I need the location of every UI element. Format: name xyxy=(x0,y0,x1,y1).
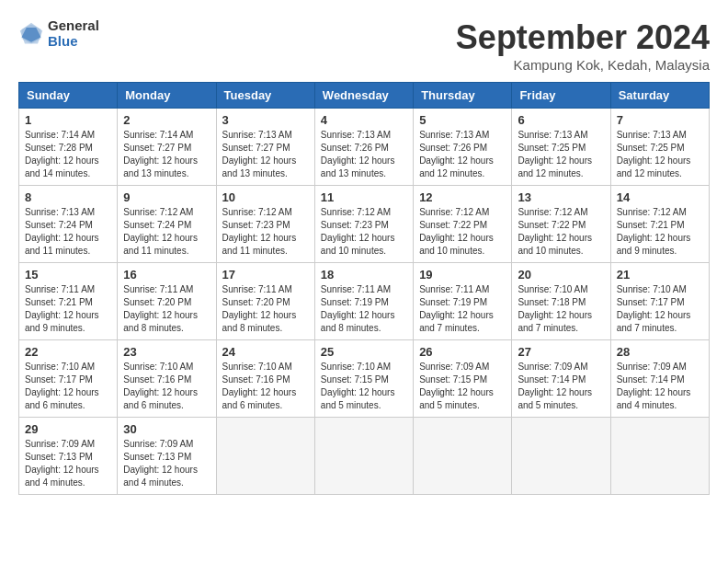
calendar-cell: 10Sunrise: 7:12 AM Sunset: 7:23 PM Dayli… xyxy=(216,186,314,263)
day-number: 9 xyxy=(123,190,210,204)
cell-info: Sunrise: 7:10 AM Sunset: 7:16 PM Dayligh… xyxy=(222,361,309,412)
calendar-cell: 16Sunrise: 7:11 AM Sunset: 7:20 PM Dayli… xyxy=(118,263,216,340)
cell-info: Sunrise: 7:13 AM Sunset: 7:24 PM Dayligh… xyxy=(25,206,111,258)
weekday-header: Wednesday xyxy=(314,83,413,109)
calendar-cell: 3Sunrise: 7:13 AM Sunset: 7:27 PM Daylig… xyxy=(216,109,314,186)
calendar-week-row: 8Sunrise: 7:13 AM Sunset: 7:24 PM Daylig… xyxy=(19,186,710,263)
logo-blue: Blue xyxy=(48,34,99,50)
day-number: 13 xyxy=(518,190,604,204)
calendar-cell: 8Sunrise: 7:13 AM Sunset: 7:24 PM Daylig… xyxy=(19,186,118,263)
day-number: 30 xyxy=(123,422,210,436)
day-number: 8 xyxy=(25,190,111,204)
cell-info: Sunrise: 7:12 AM Sunset: 7:24 PM Dayligh… xyxy=(123,206,210,258)
day-number: 2 xyxy=(123,113,210,127)
cell-info: Sunrise: 7:13 AM Sunset: 7:25 PM Dayligh… xyxy=(617,129,703,180)
weekday-header: Sunday xyxy=(19,83,118,109)
day-number: 20 xyxy=(518,268,604,282)
cell-info: Sunrise: 7:10 AM Sunset: 7:16 PM Dayligh… xyxy=(123,361,210,412)
calendar-cell xyxy=(610,418,709,495)
day-number: 6 xyxy=(518,113,604,127)
cell-info: Sunrise: 7:09 AM Sunset: 7:14 PM Dayligh… xyxy=(617,361,703,412)
day-number: 12 xyxy=(419,190,506,204)
calendar-cell: 1Sunrise: 7:14 AM Sunset: 7:28 PM Daylig… xyxy=(19,109,118,186)
cell-info: Sunrise: 7:10 AM Sunset: 7:17 PM Dayligh… xyxy=(617,283,703,335)
calendar-cell: 23Sunrise: 7:10 AM Sunset: 7:16 PM Dayli… xyxy=(118,340,216,418)
cell-info: Sunrise: 7:13 AM Sunset: 7:27 PM Dayligh… xyxy=(222,129,309,180)
day-number: 18 xyxy=(321,268,407,282)
calendar-cell: 11Sunrise: 7:12 AM Sunset: 7:23 PM Dayli… xyxy=(314,186,413,263)
logo: General Blue xyxy=(18,18,99,49)
logo-text: General Blue xyxy=(48,18,99,49)
weekday-header: Tuesday xyxy=(216,83,314,109)
cell-info: Sunrise: 7:11 AM Sunset: 7:19 PM Dayligh… xyxy=(419,283,506,335)
calendar-cell: 28Sunrise: 7:09 AM Sunset: 7:14 PM Dayli… xyxy=(610,340,709,418)
day-number: 5 xyxy=(419,113,506,127)
cell-info: Sunrise: 7:14 AM Sunset: 7:28 PM Dayligh… xyxy=(25,129,111,180)
calendar-cell xyxy=(414,418,512,495)
calendar-cell: 13Sunrise: 7:12 AM Sunset: 7:22 PM Dayli… xyxy=(512,186,610,263)
day-number: 4 xyxy=(321,113,407,127)
calendar-week-row: 29Sunrise: 7:09 AM Sunset: 7:13 PM Dayli… xyxy=(19,418,710,495)
day-number: 14 xyxy=(617,190,703,204)
day-number: 10 xyxy=(222,190,309,204)
calendar-week-row: 1Sunrise: 7:14 AM Sunset: 7:28 PM Daylig… xyxy=(19,109,710,186)
calendar-cell: 29Sunrise: 7:09 AM Sunset: 7:13 PM Dayli… xyxy=(19,418,118,495)
day-number: 26 xyxy=(419,345,506,359)
calendar-cell: 7Sunrise: 7:13 AM Sunset: 7:25 PM Daylig… xyxy=(610,109,709,186)
cell-info: Sunrise: 7:10 AM Sunset: 7:17 PM Dayligh… xyxy=(25,361,111,412)
cell-info: Sunrise: 7:13 AM Sunset: 7:26 PM Dayligh… xyxy=(321,129,407,180)
calendar-cell: 22Sunrise: 7:10 AM Sunset: 7:17 PM Dayli… xyxy=(19,340,118,418)
header-row: SundayMondayTuesdayWednesdayThursdayFrid… xyxy=(19,83,710,109)
cell-info: Sunrise: 7:11 AM Sunset: 7:20 PM Dayligh… xyxy=(123,283,210,335)
weekday-header: Thursday xyxy=(414,83,512,109)
month-title: September 2024 xyxy=(456,18,710,57)
calendar-week-row: 22Sunrise: 7:10 AM Sunset: 7:17 PM Dayli… xyxy=(19,340,710,418)
calendar-cell: 30Sunrise: 7:09 AM Sunset: 7:13 PM Dayli… xyxy=(118,418,216,495)
calendar-cell xyxy=(216,418,314,495)
day-number: 21 xyxy=(617,268,703,282)
day-number: 22 xyxy=(25,345,111,359)
title-block: September 2024 Kampung Kok, Kedah, Malay… xyxy=(456,18,710,73)
calendar-cell: 6Sunrise: 7:13 AM Sunset: 7:25 PM Daylig… xyxy=(512,109,610,186)
cell-info: Sunrise: 7:12 AM Sunset: 7:22 PM Dayligh… xyxy=(419,206,506,258)
cell-info: Sunrise: 7:11 AM Sunset: 7:20 PM Dayligh… xyxy=(222,283,309,335)
calendar-cell: 18Sunrise: 7:11 AM Sunset: 7:19 PM Dayli… xyxy=(314,263,413,340)
cell-info: Sunrise: 7:09 AM Sunset: 7:14 PM Dayligh… xyxy=(518,361,604,412)
day-number: 27 xyxy=(518,345,604,359)
day-number: 19 xyxy=(419,268,506,282)
calendar-cell: 5Sunrise: 7:13 AM Sunset: 7:26 PM Daylig… xyxy=(414,109,512,186)
day-number: 1 xyxy=(25,113,111,127)
calendar-table: SundayMondayTuesdayWednesdayThursdayFrid… xyxy=(18,82,710,495)
weekday-header: Friday xyxy=(512,83,610,109)
cell-info: Sunrise: 7:09 AM Sunset: 7:13 PM Dayligh… xyxy=(25,438,111,489)
cell-info: Sunrise: 7:14 AM Sunset: 7:27 PM Dayligh… xyxy=(123,129,210,180)
cell-info: Sunrise: 7:10 AM Sunset: 7:18 PM Dayligh… xyxy=(518,283,604,335)
cell-info: Sunrise: 7:12 AM Sunset: 7:23 PM Dayligh… xyxy=(321,206,407,258)
logo-general: General xyxy=(48,18,99,34)
calendar-cell xyxy=(314,418,413,495)
day-number: 11 xyxy=(321,190,407,204)
day-number: 29 xyxy=(25,422,111,436)
calendar-cell: 20Sunrise: 7:10 AM Sunset: 7:18 PM Dayli… xyxy=(512,263,610,340)
calendar-cell xyxy=(512,418,610,495)
day-number: 16 xyxy=(123,268,210,282)
cell-info: Sunrise: 7:13 AM Sunset: 7:25 PM Dayligh… xyxy=(518,129,604,180)
cell-info: Sunrise: 7:12 AM Sunset: 7:21 PM Dayligh… xyxy=(617,206,703,258)
calendar-cell: 27Sunrise: 7:09 AM Sunset: 7:14 PM Dayli… xyxy=(512,340,610,418)
calendar-cell: 9Sunrise: 7:12 AM Sunset: 7:24 PM Daylig… xyxy=(118,186,216,263)
cell-info: Sunrise: 7:11 AM Sunset: 7:21 PM Dayligh… xyxy=(25,283,111,335)
calendar-cell: 15Sunrise: 7:11 AM Sunset: 7:21 PM Dayli… xyxy=(19,263,118,340)
calendar-header: SundayMondayTuesdayWednesdayThursdayFrid… xyxy=(19,83,710,109)
logo-icon xyxy=(18,21,44,47)
cell-info: Sunrise: 7:10 AM Sunset: 7:15 PM Dayligh… xyxy=(321,361,407,412)
location: Kampung Kok, Kedah, Malaysia xyxy=(456,57,710,73)
cell-info: Sunrise: 7:13 AM Sunset: 7:26 PM Dayligh… xyxy=(419,129,506,180)
day-number: 15 xyxy=(25,268,111,282)
day-number: 17 xyxy=(222,268,309,282)
calendar-week-row: 15Sunrise: 7:11 AM Sunset: 7:21 PM Dayli… xyxy=(19,263,710,340)
calendar-cell: 2Sunrise: 7:14 AM Sunset: 7:27 PM Daylig… xyxy=(118,109,216,186)
weekday-header: Monday xyxy=(118,83,216,109)
day-number: 25 xyxy=(321,345,407,359)
day-number: 28 xyxy=(617,345,703,359)
day-number: 24 xyxy=(222,345,309,359)
